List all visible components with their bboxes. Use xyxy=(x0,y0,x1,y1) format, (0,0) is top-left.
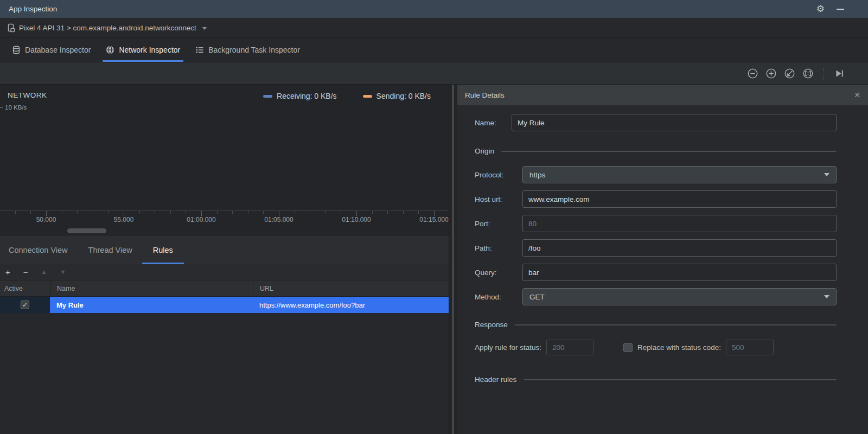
axis-minor-tick xyxy=(77,211,78,214)
settings-gear-icon[interactable]: ⚙ xyxy=(816,4,825,14)
column-header-url[interactable]: URL xyxy=(253,280,449,296)
move-down-button[interactable]: ▼ xyxy=(60,269,66,275)
column-header-active[interactable]: Active xyxy=(0,280,50,296)
tab-label: Network Inspector xyxy=(119,46,180,54)
axis-minor-tick xyxy=(263,211,264,214)
axis-minor-tick xyxy=(310,211,310,214)
toolbar-separator xyxy=(824,68,824,79)
origin-section-header: Origin xyxy=(475,147,837,155)
tab-rules[interactable]: Rules xyxy=(153,235,173,264)
axis-minor-tick xyxy=(170,211,171,214)
method-dropdown[interactable]: GET xyxy=(522,288,837,305)
device-selector[interactable]: Pixel 4 API 31 > com.example.android.net… xyxy=(0,18,868,38)
response-status-row: Apply rule for status: Replace with stat… xyxy=(475,340,837,355)
view-tab-bar: Connection View Thread View Rules xyxy=(0,235,449,264)
remove-rule-button[interactable]: − xyxy=(23,268,28,276)
rule-url-cell[interactable]: https://www.example.com/foo?bar xyxy=(253,297,449,313)
panel-splitter[interactable] xyxy=(449,85,457,434)
replace-status-checkbox[interactable] xyxy=(623,343,633,352)
window-title: App Inspection xyxy=(9,5,57,13)
chevron-down-icon xyxy=(202,27,207,30)
network-chart[interactable]: NETWORK Receiving: 0 KB/s Sending: 0 KB/… xyxy=(0,85,449,235)
protocol-dropdown[interactable]: https xyxy=(522,166,837,183)
method-value: GET xyxy=(529,293,545,301)
axis-major-tick xyxy=(124,211,124,216)
table-empty-area xyxy=(0,313,449,434)
tab-thread-view[interactable]: Thread View xyxy=(88,235,132,264)
axis-minor-tick xyxy=(15,211,16,214)
jump-to-live-icon[interactable] xyxy=(834,68,845,79)
tab-connection-view[interactable]: Connection View xyxy=(9,235,68,264)
axis-minor-tick xyxy=(217,211,218,214)
axis-minor-tick xyxy=(341,211,341,214)
move-up-button[interactable]: ▲ xyxy=(41,269,47,275)
axis-tick-label: 50.000 xyxy=(36,216,56,224)
sending-swatch-icon xyxy=(363,95,372,98)
axis-minor-tick xyxy=(93,211,93,214)
splitter-handle[interactable] xyxy=(452,85,454,434)
axis-tick-label: 01:15.000 xyxy=(419,216,448,224)
minimize-icon[interactable] xyxy=(837,9,844,10)
content-area: NETWORK Receiving: 0 KB/s Sending: 0 KB/… xyxy=(0,85,868,434)
zoom-in-icon[interactable] xyxy=(765,68,777,79)
header-rules-section-header: Header rules xyxy=(475,375,837,384)
titlebar: App Inspection ⚙ xyxy=(0,0,868,18)
host-row: Host url: xyxy=(475,190,837,208)
axis-minor-tick xyxy=(186,211,186,214)
rule-details-header: Rule Details ✕ xyxy=(457,85,868,105)
database-icon xyxy=(12,46,21,54)
port-input[interactable] xyxy=(522,215,837,232)
zoom-to-selection-icon[interactable] xyxy=(802,68,814,79)
table-row[interactable]: ✓ My Rule https://www.example.com/foo?ba… xyxy=(0,297,449,313)
apply-status-input[interactable] xyxy=(546,340,594,355)
name-label: Name: xyxy=(475,119,512,127)
add-rule-button[interactable]: + xyxy=(5,268,10,276)
rules-table: Active Name URL ✓ My Rule https://www.ex… xyxy=(0,280,449,434)
rule-active-cell: ✓ xyxy=(0,297,50,313)
axis-major-tick xyxy=(279,211,279,216)
reset-zoom-icon[interactable] xyxy=(784,68,795,79)
axis-minor-tick xyxy=(62,211,62,214)
axis-major-tick xyxy=(356,211,357,216)
chart-title: NETWORK xyxy=(8,91,47,99)
dropdown-arrow-icon xyxy=(824,173,829,176)
y-axis-label: 10 KB/s xyxy=(5,104,27,111)
path-input[interactable] xyxy=(522,239,837,257)
rule-name-cell[interactable]: My Rule xyxy=(50,297,253,313)
axis-tick-label: 55.000 xyxy=(114,216,134,224)
app-inspection-window: App Inspection ⚙ Pixel 4 API 31 > com.ex… xyxy=(0,0,868,434)
axis-minor-tick xyxy=(387,211,388,214)
tab-background-task-inspector[interactable]: Background Task Inspector xyxy=(191,38,304,62)
close-icon[interactable]: ✕ xyxy=(854,91,860,99)
zoom-out-icon[interactable] xyxy=(747,68,758,79)
receiving-swatch-icon xyxy=(263,95,272,98)
axis-minor-tick xyxy=(295,211,295,214)
tab-label: Rules xyxy=(153,246,173,254)
legend-receiving-label: Receiving: 0 KB/s xyxy=(277,92,337,100)
query-input[interactable] xyxy=(522,264,837,281)
origin-section-title: Origin xyxy=(475,147,494,155)
axis-major-tick xyxy=(434,211,435,216)
axis-major-tick xyxy=(201,211,202,216)
port-label: Port: xyxy=(475,220,522,228)
apply-status-label: Apply rule for status: xyxy=(475,343,541,352)
tab-database-inspector[interactable]: Database Inspector xyxy=(8,38,95,62)
rule-details-form: Name: Origin Protocol: https Host url: xyxy=(457,105,868,394)
protocol-label: Protocol: xyxy=(475,171,522,179)
replace-status-input[interactable] xyxy=(726,340,774,355)
timeline-scrollbar-thumb[interactable] xyxy=(67,228,106,233)
section-divider xyxy=(501,151,837,152)
rule-active-checkbox[interactable]: ✓ xyxy=(21,301,29,309)
query-label: Query: xyxy=(475,269,522,277)
axis-minor-tick xyxy=(139,211,140,214)
host-input[interactable] xyxy=(522,190,837,208)
column-header-name[interactable]: Name xyxy=(50,280,253,296)
y-axis-tick xyxy=(0,107,3,108)
axis-minor-tick xyxy=(418,211,419,214)
titlebar-actions: ⚙ xyxy=(816,4,859,14)
tab-network-inspector[interactable]: Network Inspector xyxy=(101,38,184,62)
name-input[interactable] xyxy=(512,114,837,131)
dropdown-arrow-icon xyxy=(824,295,829,298)
legend-sending: Sending: 0 KB/s xyxy=(363,92,431,100)
task-list-icon xyxy=(195,46,204,54)
